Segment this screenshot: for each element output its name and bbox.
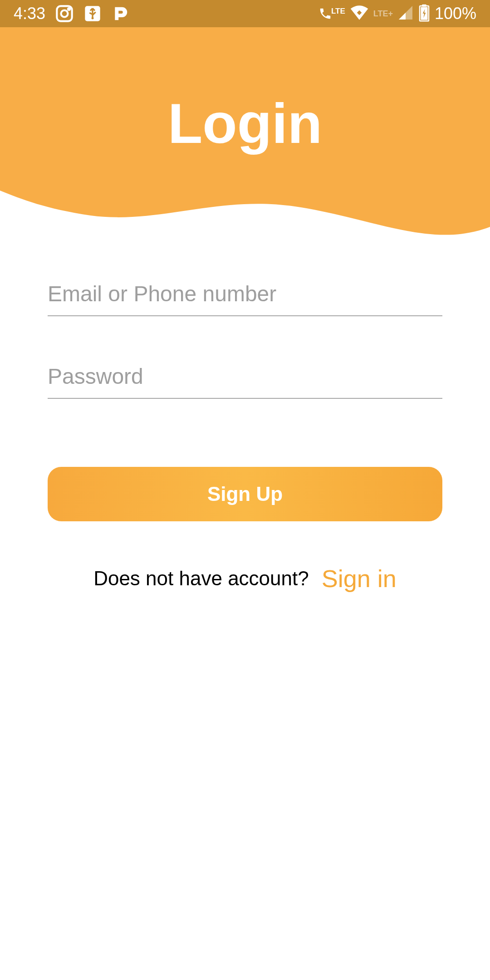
svg-point-2 [68,8,70,10]
status-right-group: LTE LTE+ 100% [318,3,476,24]
lte-label: LTE [331,7,345,16]
battery-percentage: 100% [435,4,476,23]
signal-icon [397,5,414,23]
email-input-wrapper [48,272,442,316]
header-wave: Login [0,27,490,231]
pandora-icon [112,5,130,23]
svg-point-1 [61,10,68,17]
signin-link[interactable]: Sign in [322,564,397,593]
lte-plus-label: LTE+ [373,9,393,19]
svg-rect-6 [422,5,426,7]
signup-button[interactable]: Sign Up [48,467,442,521]
wifi-calling-icon: LTE [318,7,345,20]
svg-point-4 [92,17,94,20]
login-form: Sign Up Does not have account? Sign in [48,272,442,593]
battery-icon [418,4,430,24]
email-field[interactable] [48,272,442,316]
status-left-group: 4:33 [14,4,130,23]
footer-text: Does not have account? Sign in [48,564,442,593]
status-bar: 4:33 LTE [0,0,490,27]
password-input-wrapper [48,355,442,399]
password-field[interactable] [48,355,442,399]
instagram-icon [55,5,74,23]
wifi-icon [350,3,369,24]
page-title: Login [0,91,490,156]
no-account-text: Does not have account? [93,567,309,590]
usb-icon [83,5,102,23]
status-time: 4:33 [14,4,45,23]
